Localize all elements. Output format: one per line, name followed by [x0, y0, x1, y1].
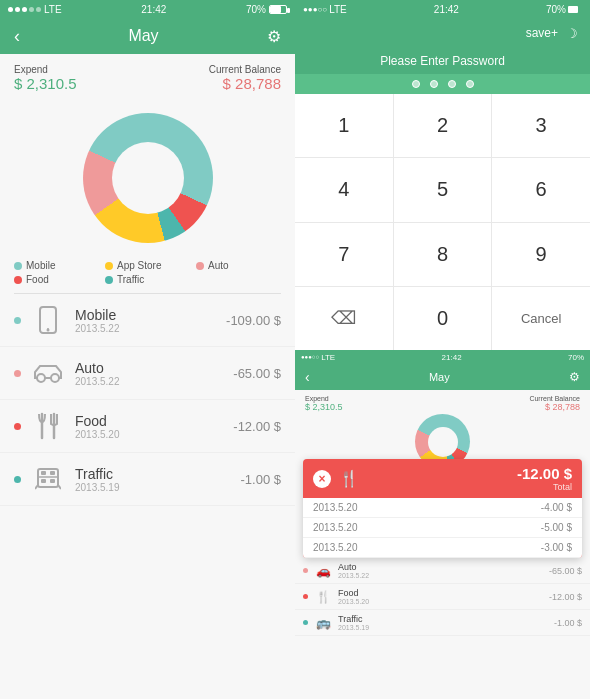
svg-rect-13	[50, 471, 55, 475]
donut-chart	[0, 96, 295, 256]
key-8[interactable]: 8	[394, 223, 492, 286]
signal-dots	[8, 7, 41, 12]
popup-total-label: Total	[553, 482, 572, 492]
legend-dot-auto	[196, 262, 204, 270]
network-label: LTE	[44, 4, 62, 15]
mini-tx-traffic[interactable]: 🚌 Traffic 2013.5.19 -1.00 $	[295, 610, 590, 636]
summary-area: Expend $ 2,310.5 Current Balance $ 28,78…	[0, 54, 295, 96]
popup-amount-1: -5.00 $	[541, 522, 572, 533]
mini-balance-value: $ 28,788	[529, 402, 580, 412]
popup-header-info: -12.00 $ Total	[367, 465, 572, 492]
mini-icon-auto: 🚗	[313, 564, 333, 578]
popup-amount: -12.00 $	[517, 465, 572, 482]
key-5[interactable]: 5	[394, 158, 492, 221]
popup-row-2: 2013.5.20 -3.00 $	[303, 538, 582, 558]
right-panel: ●●●○○ LTE 21:42 70% save+ ☽ Please Enter…	[295, 0, 590, 699]
mini-dot-auto	[303, 568, 308, 573]
key-9[interactable]: 9	[492, 223, 590, 286]
pwd-battery: 70%	[546, 4, 566, 15]
tx-name-traffic: Traffic	[75, 466, 231, 482]
key-backspace[interactable]: ⌫	[295, 287, 393, 350]
key-0[interactable]: 0	[394, 287, 492, 350]
transaction-item-auto[interactable]: Auto 2013.5.22 -65.00 $	[0, 347, 295, 400]
key-3[interactable]: 3	[492, 94, 590, 157]
legend-dot-mobile	[14, 262, 22, 270]
legend-label-food: Food	[26, 274, 49, 285]
tx-amount-auto: -65.00 $	[233, 366, 281, 381]
auto-icon	[31, 356, 65, 390]
legend-label-mobile: Mobile	[26, 260, 55, 271]
battery-fill	[270, 6, 281, 13]
signal-area: LTE	[8, 4, 62, 15]
tx-info-mobile: Mobile 2013.5.22	[75, 307, 216, 334]
popup-overlay: × 🍴 -12.00 $ Total 2013.5.20 -4.00 $ 201…	[303, 459, 582, 558]
mini-icon-food: 🍴	[313, 590, 333, 604]
password-title: Please Enter Password	[295, 48, 590, 74]
tx-info-traffic: Traffic 2013.5.19	[75, 466, 231, 493]
tx-amount-food: -12.00 $	[233, 419, 281, 434]
mini-expend-value: $ 2,310.5	[305, 402, 343, 412]
tx-dot-auto	[14, 370, 21, 377]
key-7[interactable]: 7	[295, 223, 393, 286]
save-label[interactable]: save+	[526, 26, 558, 40]
back-button[interactable]: ‹	[14, 26, 20, 47]
legend-dot-appstore	[105, 262, 113, 270]
mini-tx-food[interactable]: 🍴 Food 2013.5.20 -12.00 $	[295, 584, 590, 610]
page-title: May	[128, 27, 158, 45]
mini-amount-food: -12.00 $	[549, 592, 582, 602]
expend-section: Expend $ 2,310.5	[14, 64, 77, 92]
key-2[interactable]: 2	[394, 94, 492, 157]
key-6[interactable]: 6	[492, 158, 590, 221]
mini-name-traffic: Traffic	[338, 614, 549, 624]
mini-amount-traffic: -1.00 $	[554, 618, 582, 628]
mini-app-preview: ●●●○○ LTE 21:42 70% ‹ May ⚙ Expend $ 2,3…	[295, 350, 590, 699]
tx-info-food: Food 2013.5.20	[75, 413, 223, 440]
mini-back[interactable]: ‹	[305, 369, 310, 385]
settings-button[interactable]: ⚙	[267, 27, 281, 46]
popup-row-1: 2013.5.20 -5.00 $	[303, 518, 582, 538]
mini-expend-label: Expend	[305, 395, 343, 402]
key-1[interactable]: 1	[295, 94, 393, 157]
mini-tx-auto[interactable]: 🚗 Auto 2013.5.22 -65.00 $	[295, 558, 590, 584]
legend-dot-food	[14, 276, 22, 284]
key-4[interactable]: 4	[295, 158, 393, 221]
transaction-item-mobile[interactable]: Mobile 2013.5.22 -109.00 $	[0, 294, 295, 347]
popup-amount-2: -3.00 $	[541, 542, 572, 553]
mini-battery: 70%	[568, 353, 584, 362]
mini-dot-traffic	[303, 620, 308, 625]
mini-name-auto: Auto	[338, 562, 544, 572]
key-cancel[interactable]: Cancel	[492, 287, 590, 350]
legend-item-appstore: App Store	[105, 260, 190, 271]
mini-header: ‹ May ⚙	[295, 364, 590, 390]
mini-info-auto: Auto 2013.5.22	[338, 562, 544, 579]
pwd-battery-icon	[568, 6, 582, 13]
transaction-item-food[interactable]: Food 2013.5.20 -12.00 $	[0, 400, 295, 453]
expend-label: Expend	[14, 64, 77, 75]
svg-point-4	[51, 374, 59, 382]
pwd-time: 21:42	[434, 4, 459, 15]
balance-value: $ 28,788	[209, 75, 281, 92]
legend-label-traffic: Traffic	[117, 274, 144, 285]
tx-dot-traffic	[14, 476, 21, 483]
password-screen: ●●●○○ LTE 21:42 70% save+ ☽ Please Enter…	[295, 0, 590, 350]
tx-name-auto: Auto	[75, 360, 223, 376]
battery-pct: 70%	[246, 4, 266, 15]
legend-item-mobile: Mobile	[14, 260, 99, 271]
popup-amount-0: -4.00 $	[541, 502, 572, 513]
popup-close-button[interactable]: ×	[313, 470, 331, 488]
keypad: 1 2 3 4 5 6 7 8 9 ⌫ 0 Cancel	[295, 94, 590, 350]
mini-info-food: Food 2013.5.20	[338, 588, 544, 605]
donut-visual	[83, 113, 213, 243]
mini-date-food: 2013.5.20	[338, 598, 544, 605]
mini-balance-label: Current Balance	[529, 395, 580, 402]
mini-info-traffic: Traffic 2013.5.19	[338, 614, 549, 631]
pwd-dot-3	[448, 80, 456, 88]
moon-icon: ☽	[566, 26, 578, 41]
transaction-item-traffic[interactable]: Traffic 2013.5.19 -1.00 $	[0, 453, 295, 506]
svg-line-9	[35, 485, 38, 489]
time-label: 21:42	[141, 4, 166, 15]
legend-label-appstore: App Store	[117, 260, 161, 271]
mini-date-auto: 2013.5.22	[338, 572, 544, 579]
mini-gear[interactable]: ⚙	[569, 370, 580, 384]
mini-balance: Current Balance $ 28,788	[529, 395, 580, 412]
